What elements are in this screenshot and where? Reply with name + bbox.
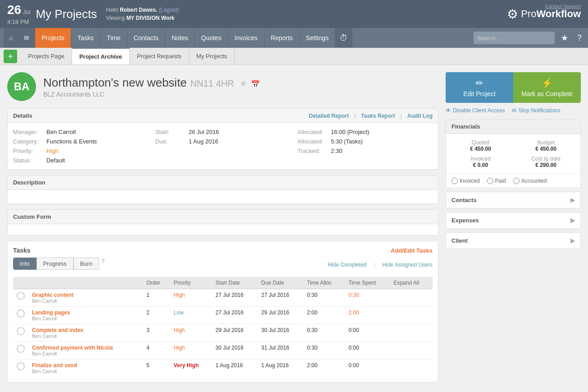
tasks-report-link[interactable]: Tasks Report	[361, 113, 395, 119]
task-checkbox[interactable]	[17, 309, 25, 318]
task-tab-info[interactable]: Info	[13, 258, 36, 270]
task-checkbox-cell	[13, 307, 28, 324]
timer-button[interactable]: ⏱	[335, 28, 352, 48]
calendar-icon[interactable]: 📅	[251, 80, 260, 88]
stop-notifications-link[interactable]: ✉ Stop Notifications	[512, 107, 560, 114]
hide-assigned-link[interactable]: Hide Assigned Users	[383, 262, 433, 268]
task-checkbox[interactable]	[17, 362, 25, 370]
task-order-cell: 2	[143, 307, 170, 324]
search-area: ★ ?	[474, 28, 584, 48]
star-icon[interactable]: ★	[558, 33, 571, 43]
col-task-name	[28, 277, 143, 289]
task-spent-cell: 0:30	[345, 289, 390, 307]
nav-tasks[interactable]: Tasks	[71, 28, 100, 48]
start-label: Start:	[155, 129, 186, 135]
detailed-report-link[interactable]: Detailed Report	[309, 113, 349, 119]
hide-completed-link[interactable]: Hide Completed	[328, 262, 366, 268]
task-order-cell: 5	[143, 360, 170, 377]
alloc-project-value: 16:00 (Project)	[331, 129, 369, 135]
burn-help-icon[interactable]: ?	[101, 258, 105, 270]
custom-form-body	[8, 224, 438, 235]
task-start-cell: 29 Jul 2016	[212, 324, 257, 342]
quoted-label: Quoted	[451, 139, 510, 146]
task-name[interactable]: Complete and index	[32, 327, 139, 333]
expenses-label: Expenses	[451, 217, 479, 224]
nav-settings[interactable]: Settings	[300, 28, 336, 48]
star-icon[interactable]: ★	[239, 78, 247, 89]
task-expand-cell	[390, 360, 433, 377]
nav-time[interactable]: Time	[100, 28, 128, 48]
tab-project-requests[interactable]: Project Requests	[130, 48, 189, 65]
priority-label: Priority:	[13, 148, 44, 154]
complete-icon: ⚡	[542, 78, 553, 88]
time: 4:18 PM	[7, 18, 29, 25]
expenses-header[interactable]: Expenses ▶	[446, 212, 580, 228]
edit-project-button[interactable]: ✏ Edit Project	[446, 72, 513, 103]
task-checkbox[interactable]	[17, 345, 25, 353]
contacts-header[interactable]: Contacts ▶	[446, 192, 580, 208]
logout-link[interactable]: (Logout)	[159, 7, 179, 13]
task-spent-cell: 2:00	[345, 307, 390, 324]
task-assignee: Ben Carroll	[32, 351, 139, 356]
financials-header: Financials	[446, 120, 580, 134]
tab-project-archive[interactable]: Project Archive	[72, 48, 130, 65]
tracked-label: Tracked:	[297, 148, 328, 154]
financials-card: Financials Quoted € 450.00 Budget € 450.…	[446, 119, 581, 188]
project-name: Northampton's new website	[43, 76, 187, 90]
task-priority: High	[174, 327, 185, 333]
task-tab-progress[interactable]: Progress	[36, 258, 73, 270]
task-name[interactable]: Finalize and send	[32, 362, 139, 369]
date-month: Jul	[23, 9, 31, 15]
nav-mail[interactable]: ✉	[18, 28, 35, 48]
category-row: Category: Functions & Events	[13, 138, 148, 145]
nav-home[interactable]: ⌂	[4, 28, 18, 48]
audit-log-link[interactable]: Audit Log	[407, 113, 433, 119]
table-row: Landing pages Ben Carroll 2 Low 27 Jul 2…	[13, 307, 433, 324]
contacts-label: Contacts	[451, 197, 477, 203]
task-alloc-cell: 2:00	[303, 307, 345, 324]
task-name[interactable]: Graphic content	[32, 292, 139, 298]
nav-reports[interactable]: Reports	[264, 28, 300, 48]
task-name[interactable]: Landing pages	[32, 309, 139, 316]
task-checkbox[interactable]	[17, 292, 25, 300]
task-checkbox[interactable]	[17, 327, 25, 335]
contact-support-link[interactable]: Contact Support	[545, 4, 581, 9]
viewing-label: Viewing	[106, 15, 125, 21]
add-project-button[interactable]: +	[4, 50, 17, 63]
add-edit-tasks-link[interactable]: Add/Edit Tasks	[391, 247, 433, 254]
help-icon[interactable]: ?	[574, 33, 584, 43]
accounted-check[interactable]: Accounted	[513, 178, 547, 184]
accounted-radio[interactable]	[513, 178, 520, 184]
status-label: Status:	[13, 157, 44, 164]
nav-projects[interactable]: Projects	[35, 28, 71, 48]
task-assignee: Ben Carroll	[32, 316, 139, 321]
mark-complete-button[interactable]: ⚡ Mark as Complete	[513, 72, 581, 103]
nav-contacts[interactable]: Contacts	[127, 28, 165, 48]
client-header[interactable]: Client ▶	[446, 233, 580, 249]
paid-check[interactable]: Paid	[487, 178, 506, 184]
col-order: Order	[143, 277, 170, 289]
start-value: 26 Jul 2016	[189, 129, 219, 135]
budget-area: Budget € 450.00	[517, 139, 575, 152]
details-links: Detailed Report | Tasks Report | Audit L…	[309, 113, 433, 119]
col-expand-all[interactable]: Expand All	[390, 277, 433, 289]
task-due-cell: 31 Jul 2016	[258, 342, 303, 360]
due-label: Due:	[155, 138, 186, 145]
nav-quotes[interactable]: Quotes	[195, 28, 228, 48]
task-tab-burn[interactable]: Burn	[73, 258, 99, 270]
invoiced-radio[interactable]	[451, 178, 458, 184]
project-company: BLZ Accountants LLC	[43, 91, 260, 98]
invoiced-check[interactable]: Invoiced	[451, 178, 480, 184]
disable-client-access-link[interactable]: 👁 Disable Client Access	[446, 107, 505, 114]
paid-radio[interactable]	[487, 178, 493, 184]
task-name[interactable]: Confirmed payment with Nicola	[32, 345, 139, 351]
nav-notes[interactable]: Notes	[165, 28, 195, 48]
task-priority-cell: Very High	[170, 360, 212, 377]
tab-projects-page[interactable]: Projects Page	[21, 48, 72, 65]
search-input[interactable]	[474, 32, 555, 44]
tab-my-projects[interactable]: My Projects	[189, 48, 235, 65]
title-row: Northampton's new website NN11 4HR ★ 📅	[43, 76, 260, 90]
task-assignee: Ben Carroll	[32, 298, 139, 304]
nav-invoices[interactable]: Invoices	[228, 28, 264, 48]
tasks-label: Tasks	[13, 247, 31, 254]
